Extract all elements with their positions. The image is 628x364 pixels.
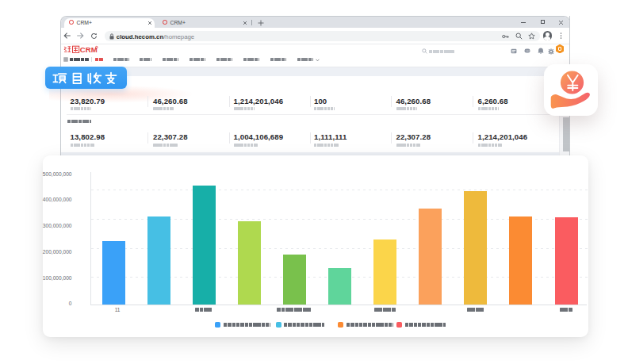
svg-text:CRM: CRM	[79, 45, 97, 54]
